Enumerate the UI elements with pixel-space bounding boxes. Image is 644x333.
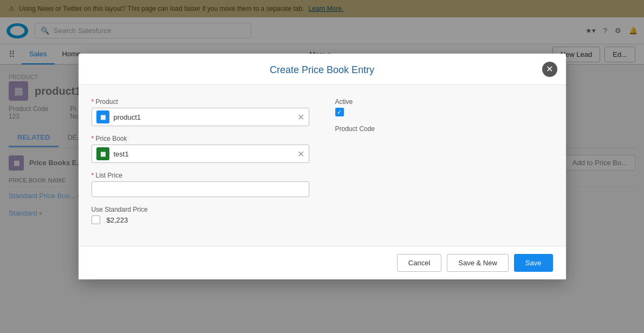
active-checkbox[interactable]: ✓ <box>335 108 344 116</box>
price-book-field-icon: ▦ <box>96 147 109 160</box>
price-book-field[interactable]: ▦ test1 ✕ <box>92 145 309 163</box>
product-field[interactable]: ▦ product1 ✕ <box>92 108 309 126</box>
use-standard-price-label: Use Standard Price <box>92 206 309 213</box>
use-standard-price-group: Use Standard Price $2,223 <box>92 206 309 224</box>
list-price-field-group: List Price <box>92 172 309 197</box>
product-field-group: Product ▦ product1 ✕ <box>92 98 309 126</box>
modal-body: Product ▦ product1 ✕ Price Book ▦ test1 … <box>79 85 566 231</box>
price-book-field-value: test1 <box>114 150 293 158</box>
price-book-field-clear[interactable]: ✕ <box>297 149 304 159</box>
active-label: Active <box>335 98 553 106</box>
active-row: ✓ <box>335 108 553 116</box>
product-field-clear[interactable]: ✕ <box>297 112 304 122</box>
use-standard-price-checkbox[interactable] <box>92 216 100 224</box>
modal-left-col: Product ▦ product1 ✕ Price Book ▦ test1 … <box>92 98 309 231</box>
product-field-icon: ▦ <box>96 110 109 123</box>
modal-overlay: Create Price Book Entry ✕ Product ▦ prod… <box>0 0 644 231</box>
list-price-input[interactable] <box>92 181 309 197</box>
product-field-value: product1 <box>114 113 293 121</box>
modal-right-col: Active ✓ Product Code <box>335 98 553 231</box>
use-standard-price-row: $2,223 <box>92 216 309 224</box>
list-price-label: List Price <box>92 172 309 179</box>
standard-price-value: $2,223 <box>107 216 128 224</box>
product-code-label: Product Code <box>335 125 553 133</box>
modal: Create Price Book Entry ✕ Product ▦ prod… <box>79 54 566 231</box>
price-book-field-group: Price Book ▦ test1 ✕ <box>92 135 309 163</box>
product-code-field-group: Product Code <box>335 125 553 133</box>
price-book-label: Price Book <box>92 135 309 142</box>
product-label: Product <box>92 98 309 106</box>
active-field-group: Active ✓ <box>335 98 553 116</box>
modal-title: Create Price Book Entry <box>270 64 374 76</box>
modal-header: Create Price Book Entry ✕ <box>79 54 566 85</box>
modal-close-button[interactable]: ✕ <box>542 62 557 77</box>
